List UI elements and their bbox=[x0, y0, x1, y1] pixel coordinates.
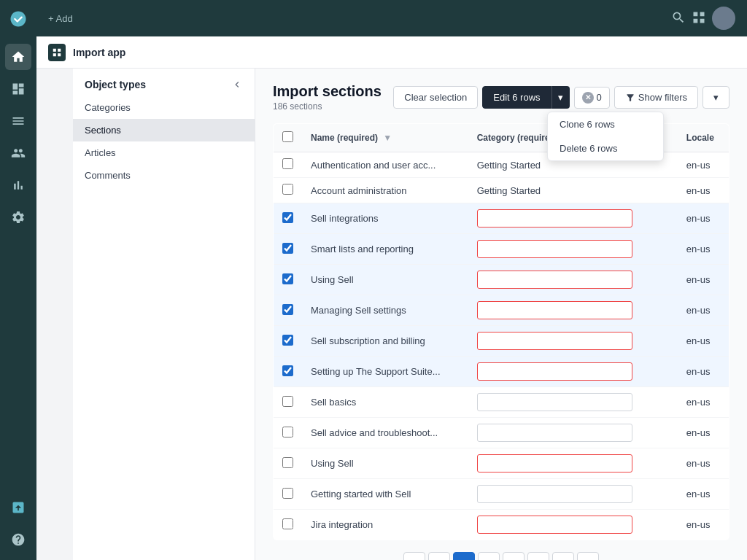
dropdown-clone-rows[interactable]: Clone 6 rows bbox=[548, 112, 663, 136]
sidebar-item-comments[interactable]: Comments bbox=[73, 164, 255, 187]
table-row: Getting started with Sellen-us bbox=[274, 479, 729, 510]
page-3-button[interactable]: 3 bbox=[503, 552, 525, 560]
row-name: Using Sell bbox=[302, 448, 468, 479]
page-first-button[interactable]: « bbox=[403, 552, 425, 560]
row-checkbox[interactable] bbox=[282, 427, 293, 438]
page-actions: Clear selection Edit 6 rows ▾ ✕ 0 Show f… bbox=[393, 86, 729, 109]
table-row: Sell subscription and billingen-us bbox=[274, 326, 729, 357]
row-locale: en-us bbox=[678, 265, 729, 295]
dropdown-delete-rows[interactable]: Delete 6 rows bbox=[548, 136, 663, 160]
row-checkbox[interactable] bbox=[282, 335, 293, 346]
nav-logo[interactable] bbox=[7, 7, 30, 31]
grid-icon[interactable] bbox=[692, 10, 706, 27]
add-button[interactable]: + Add bbox=[48, 13, 73, 24]
page-header: Import sections 186 sections Clear selec… bbox=[273, 83, 729, 112]
row-category[interactable] bbox=[468, 448, 641, 479]
more-actions-button[interactable]: ▾ bbox=[703, 86, 729, 109]
category-input[interactable] bbox=[477, 240, 632, 258]
sidebar-section-title: Object types bbox=[85, 79, 146, 90]
clear-selection-button[interactable]: Clear selection bbox=[393, 86, 478, 109]
user-avatar[interactable] bbox=[712, 7, 735, 30]
table-row: Jira integrationen-us bbox=[274, 510, 729, 540]
row-name: Using Sell bbox=[302, 265, 468, 295]
sidebar-item-articles[interactable]: Articles bbox=[73, 141, 255, 164]
page-next-button[interactable]: › bbox=[552, 552, 574, 560]
dropdown-menu: Clone 6 rows Delete 6 rows bbox=[547, 112, 664, 161]
row-name: Account administration bbox=[302, 178, 468, 203]
row-category[interactable] bbox=[468, 265, 641, 295]
page-last-button[interactable]: » bbox=[577, 552, 599, 560]
category-input[interactable] bbox=[477, 485, 632, 503]
row-extra bbox=[641, 326, 678, 357]
category-input[interactable] bbox=[477, 271, 632, 289]
nav-home-icon[interactable] bbox=[5, 44, 31, 70]
table-row: Account administrationGetting Starteden-… bbox=[274, 178, 729, 203]
row-extra bbox=[641, 178, 678, 203]
search-icon[interactable] bbox=[671, 10, 686, 27]
table-row: Using Sellen-us bbox=[274, 265, 729, 295]
row-category[interactable] bbox=[468, 479, 641, 510]
category-input[interactable] bbox=[477, 209, 632, 228]
table-row: Managing Sell settingsen-us bbox=[274, 295, 729, 326]
nav-people-icon[interactable] bbox=[5, 140, 31, 166]
page-prev-button[interactable]: ‹ bbox=[428, 552, 450, 560]
nav-import-icon[interactable] bbox=[5, 494, 31, 521]
row-category[interactable] bbox=[468, 203, 641, 234]
row-checkbox[interactable] bbox=[282, 184, 293, 195]
row-checkbox[interactable] bbox=[282, 243, 293, 254]
category-input[interactable] bbox=[477, 362, 632, 381]
nav-settings-icon[interactable] bbox=[5, 204, 31, 230]
row-checkbox[interactable] bbox=[282, 212, 293, 223]
row-checkbox[interactable] bbox=[282, 365, 293, 376]
row-name: Getting started with Sell bbox=[302, 479, 468, 510]
nav-list-icon[interactable] bbox=[5, 108, 31, 134]
nav-dashboard-icon[interactable] bbox=[5, 76, 31, 102]
row-checkbox[interactable] bbox=[282, 273, 293, 284]
category-input[interactable] bbox=[477, 424, 632, 442]
table-row: Using Sellen-us bbox=[274, 448, 729, 479]
show-filters-button[interactable]: Show filters bbox=[614, 86, 698, 109]
row-checkbox[interactable] bbox=[282, 396, 293, 407]
row-category[interactable] bbox=[468, 234, 641, 265]
row-checkbox[interactable] bbox=[282, 304, 293, 315]
row-checkbox[interactable] bbox=[282, 158, 293, 169]
page-1-button[interactable]: 1 bbox=[453, 552, 475, 560]
edit-rows-dropdown-button[interactable]: ▾ bbox=[551, 86, 570, 109]
col-header-locale: Locale bbox=[678, 124, 729, 152]
row-checkbox[interactable] bbox=[282, 488, 293, 499]
row-extra bbox=[641, 295, 678, 326]
row-category[interactable] bbox=[468, 510, 641, 540]
row-checkbox[interactable] bbox=[282, 457, 293, 468]
row-category[interactable] bbox=[468, 357, 641, 387]
row-category[interactable] bbox=[468, 387, 641, 418]
nav-support-icon[interactable] bbox=[5, 526, 31, 553]
category-input[interactable] bbox=[477, 454, 632, 472]
page-2-button[interactable]: 2 bbox=[478, 552, 500, 560]
select-all-checkbox[interactable] bbox=[282, 131, 293, 142]
sidebar-item-categories[interactable]: Categories bbox=[73, 96, 255, 119]
row-name: Sell integrations bbox=[302, 203, 468, 234]
page-4-button[interactable]: 4 bbox=[527, 552, 549, 560]
row-category[interactable] bbox=[468, 418, 641, 448]
data-table: Name (required) ▼ Category (required) Lo… bbox=[273, 123, 729, 540]
row-extra bbox=[641, 234, 678, 265]
row-locale: en-us bbox=[678, 326, 729, 357]
row-locale: en-us bbox=[678, 357, 729, 387]
row-name: Sell basics bbox=[302, 387, 468, 418]
pagination: « ‹ 1 2 3 4 › » bbox=[273, 540, 729, 560]
sidebar-collapse-button[interactable] bbox=[231, 79, 243, 90]
row-checkbox[interactable] bbox=[282, 518, 293, 529]
category-input[interactable] bbox=[477, 393, 632, 411]
nav-chart-icon[interactable] bbox=[5, 172, 31, 198]
category-input[interactable] bbox=[477, 301, 632, 319]
row-category[interactable] bbox=[468, 295, 641, 326]
row-locale: en-us bbox=[678, 387, 729, 418]
row-locale: en-us bbox=[678, 479, 729, 510]
row-locale: en-us bbox=[678, 295, 729, 326]
category-input[interactable] bbox=[477, 516, 632, 534]
row-category[interactable] bbox=[468, 326, 641, 357]
category-input[interactable] bbox=[477, 332, 632, 350]
edit-rows-button[interactable]: Edit 6 rows bbox=[482, 86, 551, 109]
table-row: Sell basicsen-us bbox=[274, 387, 729, 418]
sidebar-item-sections[interactable]: Sections bbox=[73, 119, 255, 141]
